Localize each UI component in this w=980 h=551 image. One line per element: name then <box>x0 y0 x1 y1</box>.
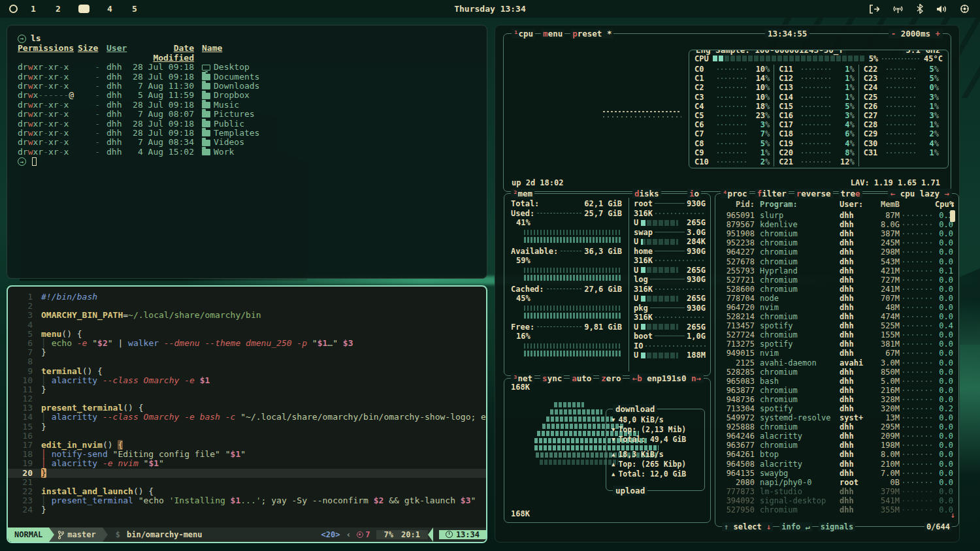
logout-icon[interactable] <box>869 5 879 14</box>
process-row[interactable]: 964227chromiumdhh298M0.0 <box>721 247 953 257</box>
file-row: drwxr-xr-x-dhh7 Aug 08:07Pictures <box>18 110 476 119</box>
tree-button[interactable]: tree <box>839 189 862 198</box>
col-pid[interactable]: Pid: <box>721 200 755 209</box>
core-row: C261% <box>864 102 939 111</box>
col-user[interactable]: User: <box>840 200 870 209</box>
process-row[interactable]: 527721chromiumdhh727M0.0 <box>721 276 953 285</box>
process-row[interactable]: 527724chromiumdhh155M0.0 <box>721 330 953 339</box>
mem-row: Total:62,1 GiB <box>511 199 622 209</box>
process-row[interactable]: 925888chromiumdhh295M0.0 <box>721 422 953 432</box>
bluetooth-icon[interactable] <box>917 4 923 14</box>
process-row[interactable]: 527950chromiumdhh355M0.0 <box>721 505 953 514</box>
process-row[interactable]: 949015nvimdhh67M0.0 <box>721 349 953 358</box>
process-row[interactable]: 964246alacrittydhh209M0.0 <box>721 432 953 441</box>
folder-icon <box>202 149 210 155</box>
process-row[interactable]: 964261btopdhh8.0M0.0 <box>721 450 953 459</box>
proc-tabs: ⁴procfilterreversetree <box>721 189 862 198</box>
process-row[interactable]: 963677chromiumdhh198M0.0 <box>721 441 953 450</box>
process-row[interactable]: 951908chromiumdhh387M0.0 <box>721 229 953 238</box>
proc-box: ⁴procfilterreversetree ← cpu lazy → Pid:… <box>715 193 959 527</box>
process-row[interactable]: 964508alacrittydhh210M0.0 <box>721 460 953 469</box>
col-memory[interactable]: MemB <box>870 200 900 209</box>
process-row[interactable]: 777873lm-studiodhh379M0.0 <box>721 487 953 496</box>
process-row[interactable]: 527678chromiumdhh543M0.0 <box>721 257 953 266</box>
zero-button[interactable]: zero <box>599 373 623 383</box>
code-line: 1#!/bin/bash <box>8 292 486 302</box>
core-row: C281% <box>864 120 939 129</box>
file-row: drwxr-xr-x-dhh4 Aug 15:02Work <box>18 148 476 157</box>
selection-count: <20> <box>321 530 340 539</box>
process-row[interactable]: 965091slurpdhh87M0.3 <box>721 211 953 220</box>
iface-next-button[interactable]: n→ <box>686 373 701 383</box>
auto-button[interactable]: auto <box>570 373 593 383</box>
process-row[interactable]: 528285chromiumdhh850M0.0 <box>721 368 953 377</box>
core-row: C91% <box>694 148 770 157</box>
signals-control[interactable]: signals <box>819 522 856 531</box>
vim-mode-badge: NORMAL <box>8 527 49 542</box>
process-row[interactable]: 528600chromiumdhh241M0.0 <box>721 285 953 294</box>
scroll-down-icon[interactable]: ↓ <box>951 511 955 520</box>
diagnostics: 7 <box>357 530 370 539</box>
volume-icon[interactable] <box>936 5 947 14</box>
process-row[interactable]: 2080napi/phy0-0root0B0.0 <box>721 478 953 487</box>
process-row[interactable]: 2125avahi-daemonavahi3.0M0.0 <box>721 358 953 368</box>
process-row[interactable]: 964135swaybgdhh7.0M0.0 <box>721 469 953 478</box>
sort-mode: cpu lazy <box>895 189 944 198</box>
process-row[interactable]: 528214chromiumdhh474M0.0 <box>721 312 953 321</box>
process-row[interactable]: 948736chromiumdhh328M0.0 <box>721 395 953 404</box>
disk-entry: pkg930G <box>634 304 706 313</box>
code-line: 4 <box>8 321 486 330</box>
process-row[interactable]: 255793Hyprlanddhh421M0.1 <box>721 266 953 276</box>
process-row[interactable]: 879567kdenlivedhh8.0G0.0 <box>721 220 953 229</box>
mem-graph <box>524 228 621 244</box>
preset-button[interactable]: preset * <box>570 29 613 39</box>
filter-button[interactable]: filter <box>755 189 789 198</box>
sort-next-button[interactable]: → <box>944 189 949 198</box>
mem-tab: ²mem <box>511 189 534 198</box>
scrollbar-thumb[interactable] <box>950 210 955 222</box>
process-row[interactable]: 965083bashdhh5.0M0.0 <box>721 377 953 386</box>
reverse-button[interactable]: reverse <box>794 189 833 198</box>
editor-lines[interactable]: 1#!/bin/bash23OMARCHY_BIN_PATH=~/.local/… <box>8 287 486 515</box>
menu-button[interactable]: menu <box>541 29 564 39</box>
folder-icon <box>202 130 210 136</box>
process-row[interactable]: 964720nvimdhh48M0.0 <box>721 303 953 312</box>
process-row[interactable]: 713304spotifydhh320M0.2 <box>721 404 953 413</box>
proc-header: Pid: Program: User: MemB Cpu% <box>721 199 953 210</box>
file-row: drwxr-xr-x-dhh28 Jul 09:18Desktop <box>18 63 476 72</box>
cpu-tabs: ¹cpumenupreset * <box>512 29 613 39</box>
interval-minus-button[interactable]: - <box>891 29 896 39</box>
scroll-up-icon[interactable]: ↑ <box>950 199 955 208</box>
process-row[interactable]: 952238chromiumdhh245M0.0 <box>721 238 953 247</box>
sync-button[interactable]: sync <box>540 373 564 383</box>
process-row[interactable]: 394092signal-desktopdhh541M0.0 <box>721 496 953 505</box>
process-row[interactable]: 549972systemd-resolvesyst+13M0.0 <box>721 413 953 422</box>
core-row: C311% <box>864 148 939 157</box>
folder-icon <box>202 83 210 89</box>
select-control[interactable]: ↑ select ↓ <box>722 522 773 531</box>
network-icon[interactable] <box>892 5 904 14</box>
col-program[interactable]: Program: <box>755 200 840 209</box>
interval-plus-button[interactable]: + <box>935 29 940 39</box>
process-row[interactable]: 963877chromiumdhh216M0.0 <box>721 386 953 395</box>
file-row: drwxr-xr-x-dhh7 Aug 08:34Videos <box>18 138 476 147</box>
clock-icon <box>446 531 453 538</box>
diagnostic-icon <box>357 531 363 538</box>
mem-rows: Total:62,1 GiBUsed:25,7 GiB41%Available:… <box>504 198 629 371</box>
cpu-core-panel: Eng Sample: 100-000001243-50_Y 5.1 GHz C… <box>689 50 949 168</box>
proc-sort-control: ← cpu lazy → <box>888 189 952 198</box>
process-row[interactable]: 713275spotifydhh381M0.0 <box>721 339 953 349</box>
tab-net: ³net <box>511 373 534 383</box>
process-row[interactable]: 778704nodedhh707M0.0 <box>721 294 953 303</box>
chevron-left-icon: ‹ <box>346 530 351 539</box>
settings-icon[interactable] <box>960 4 970 14</box>
iface-prev-button[interactable]: ←b <box>632 373 647 383</box>
core-row: C194% <box>779 139 854 148</box>
info-control[interactable]: info ↵ <box>779 522 811 531</box>
process-row[interactable]: 713457spotifydhh525M0.4 <box>721 321 953 330</box>
prompt-line-2[interactable]: → <box>18 157 476 166</box>
code-line: 6│ echo -e "$2" | walker --dmenu --theme… <box>8 339 486 348</box>
statusline-time: 13:34 <box>456 530 480 539</box>
net-tabs: ³netsyncautozero <box>511 373 623 383</box>
editor-window[interactable]: 1#!/bin/bash23OMARCHY_BIN_PATH=~/.local/… <box>7 285 487 543</box>
